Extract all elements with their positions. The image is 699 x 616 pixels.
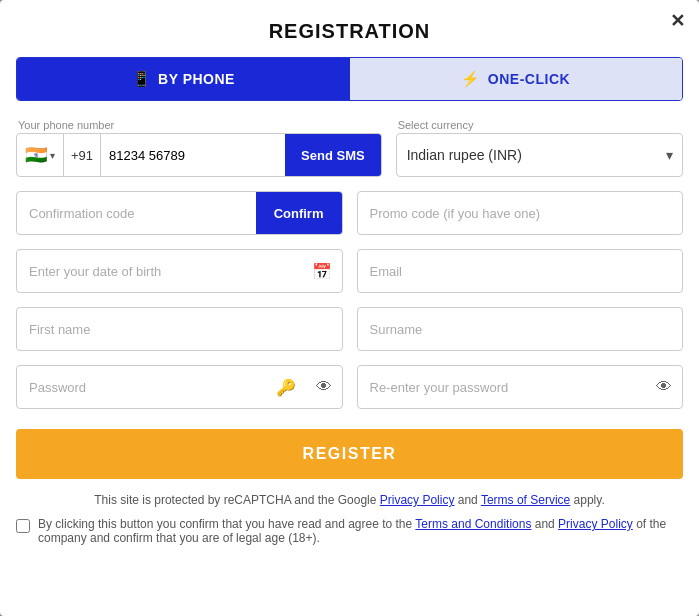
tab-by-phone[interactable]: 📱 BY PHONE	[17, 58, 350, 100]
register-button[interactable]: REGISTER	[16, 429, 683, 479]
surname-col	[357, 307, 684, 351]
close-button[interactable]: ✕	[670, 10, 685, 32]
currency-select[interactable]: Indian rupee (INR) US Dollar (USD) Euro …	[396, 133, 683, 177]
email-col	[357, 249, 684, 293]
first-name-input[interactable]	[17, 308, 342, 350]
currency-select-wrapper: Indian rupee (INR) US Dollar (USD) Euro …	[396, 133, 683, 177]
re-password-toggle-icon[interactable]: 👁	[646, 378, 682, 396]
phone-input[interactable]	[101, 134, 285, 176]
email-group	[357, 249, 684, 293]
password-row: 🔑 👁 👁	[16, 365, 683, 409]
country-flag: 🇮🇳	[25, 144, 47, 166]
captcha-privacy-link[interactable]: Privacy Policy	[380, 493, 455, 507]
name-row	[16, 307, 683, 351]
agree-prefix: By clicking this button you confirm that…	[38, 517, 415, 531]
tab-one-click-label: ONE-CLICK	[488, 71, 570, 87]
calendar-icon: 📅	[302, 262, 342, 281]
currency-label: Select currency	[396, 119, 683, 131]
captcha-suffix: apply.	[570, 493, 604, 507]
dob-col: 📅	[16, 249, 343, 293]
agree-privacy-link[interactable]: Privacy Policy	[558, 517, 633, 531]
registration-modal: ✕ REGISTRATION 📱 BY PHONE ⚡ ONE-CLICK Yo…	[0, 0, 699, 616]
confirmation-code-input[interactable]	[17, 192, 256, 234]
re-password-group: 👁	[357, 365, 684, 409]
form-body: Your phone number 🇮🇳 ▾ +91 Send SMS Sele…	[0, 119, 699, 409]
password-key-icon[interactable]: 🔑	[266, 378, 306, 397]
confirm-promo-row: Confirm	[16, 191, 683, 235]
re-password-col: 👁	[357, 365, 684, 409]
country-chevron-icon: ▾	[50, 150, 55, 161]
password-toggle-icon[interactable]: 👁	[306, 378, 342, 396]
dob-email-row: 📅	[16, 249, 683, 293]
agree-and: and	[531, 517, 558, 531]
agree-text: By clicking this button you confirm that…	[38, 517, 683, 545]
captcha-and: and	[454, 493, 480, 507]
password-col: 🔑 👁	[16, 365, 343, 409]
promo-code-group	[357, 191, 684, 235]
agree-terms-link[interactable]: Terms and Conditions	[415, 517, 531, 531]
tab-by-phone-label: BY PHONE	[158, 71, 235, 87]
confirmation-code-group: Confirm	[16, 191, 343, 235]
send-sms-button[interactable]: Send SMS	[285, 134, 381, 176]
agree-row: By clicking this button you confirm that…	[0, 517, 699, 545]
phone-currency-row: Your phone number 🇮🇳 ▾ +91 Send SMS Sele…	[16, 119, 683, 177]
currency-col: Select currency Indian rupee (INR) US Do…	[396, 119, 683, 177]
confirm-button[interactable]: Confirm	[256, 192, 342, 234]
phone-label: Your phone number	[16, 119, 382, 131]
phone-field-group: 🇮🇳 ▾ +91 Send SMS	[16, 133, 382, 177]
email-input[interactable]	[358, 250, 683, 292]
dob-group: 📅	[16, 249, 343, 293]
firstname-col	[16, 307, 343, 351]
surname-input[interactable]	[358, 308, 683, 350]
captcha-terms-link[interactable]: Terms of Service	[481, 493, 570, 507]
confirm-col: Confirm	[16, 191, 343, 235]
country-code: +91	[64, 134, 101, 176]
phone-col: Your phone number 🇮🇳 ▾ +91 Send SMS	[16, 119, 382, 177]
oneclick-tab-icon: ⚡	[461, 70, 481, 88]
tab-one-click[interactable]: ⚡ ONE-CLICK	[350, 58, 683, 100]
captcha-prefix: This site is protected by reCAPTCHA and …	[94, 493, 379, 507]
surname-group	[357, 307, 684, 351]
password-input[interactable]	[17, 366, 266, 408]
promo-code-input[interactable]	[358, 192, 683, 234]
password-group: 🔑 👁	[16, 365, 343, 409]
tab-bar: 📱 BY PHONE ⚡ ONE-CLICK	[16, 57, 683, 101]
re-password-input[interactable]	[358, 366, 647, 408]
modal-title: REGISTRATION	[0, 0, 699, 57]
captcha-notice: This site is protected by reCAPTCHA and …	[16, 493, 683, 507]
country-selector[interactable]: 🇮🇳 ▾	[17, 134, 64, 176]
phone-tab-icon: 📱	[132, 70, 152, 88]
firstname-group	[16, 307, 343, 351]
agree-checkbox[interactable]	[16, 519, 30, 533]
promo-col	[357, 191, 684, 235]
dob-input[interactable]	[17, 250, 302, 292]
